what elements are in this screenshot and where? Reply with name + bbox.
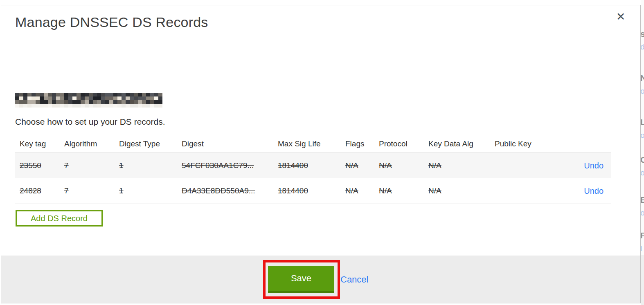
background-footer-tint (641, 255, 644, 305)
column-header-public-key: Public Key (495, 139, 548, 148)
close-icon[interactable]: ✕ (613, 9, 628, 24)
background-text-fragment: N o (641, 74, 644, 95)
background-link-fragment: l (641, 244, 644, 253)
instruction-text: Choose how to set up your DS records. (15, 117, 165, 127)
add-ds-record-button[interactable]: Add DS Record (16, 210, 103, 227)
column-header-protocol: Protocol (379, 139, 428, 148)
cell-flags: N/A (345, 161, 379, 170)
background-link-fragment: d (641, 43, 644, 51)
background-link-fragment: o (641, 131, 644, 139)
background-link-fragment: o (641, 209, 644, 217)
cell-key-tag: 24828 (15, 186, 64, 195)
column-header-max-sig-life: Max Sig Life (278, 139, 345, 148)
column-header-key-tag: Key tag (15, 139, 64, 148)
background-heading-fragment: C (641, 155, 644, 164)
cell-max-sig-life: 1814400 (278, 161, 345, 170)
cell-digest: 54FCF030AA1C79... (182, 161, 278, 170)
undo-link[interactable]: Undo (584, 161, 603, 170)
screen: s d N o L o C o E o P l Manage DNSSEC DS… (0, 0, 644, 305)
dnssec-ds-records-modal: Manage DNSSEC DS Records ✕ Choose how to… (1, 5, 641, 303)
cell-protocol: N/A (379, 186, 428, 195)
table-row: 24828 7 1 D4A33E8DD550A9... 1814400 N/A … (15, 178, 611, 204)
page-title: Manage DNSSEC DS Records (15, 14, 208, 30)
column-header-key-data-alg: Key Data Alg (428, 139, 495, 148)
cell-max-sig-life: 1814400 (278, 186, 345, 195)
column-header-flags: Flags (345, 139, 379, 148)
undo-link[interactable]: Undo (584, 186, 603, 195)
ds-records-table: Key tag Algorithm Digest Type Digest Max… (15, 135, 611, 204)
cell-algorithm: 7 (64, 161, 119, 170)
background-text-fragment: s d (641, 29, 644, 51)
cell-flags: N/A (345, 186, 379, 195)
cell-key-data-alg: N/A (428, 161, 495, 170)
background-text-fragment: E o (641, 195, 644, 217)
save-button[interactable]: Save (268, 266, 334, 293)
column-header-digest-type: Digest Type (119, 139, 182, 148)
cell-digest-type: 1 (119, 161, 182, 170)
background-heading-fragment: P (641, 231, 644, 240)
background-link-fragment: o (641, 169, 644, 177)
background-text-fragment: C o (641, 155, 644, 177)
column-header-algorithm: Algorithm (64, 139, 119, 148)
background-heading-fragment: E (641, 195, 644, 204)
cell-digest: D4A33E8DD550A9... (182, 186, 278, 195)
background-page-sliver: s d N o L o C o E o P l (641, 0, 644, 305)
redacted-domain-name (15, 93, 162, 108)
table-header-row: Key tag Algorithm Digest Type Digest Max… (15, 135, 611, 153)
background-heading-fragment: N (641, 74, 644, 83)
cell-key-tag: 23550 (15, 161, 64, 170)
cancel-link[interactable]: Cancel (340, 274, 368, 286)
background-link-fragment: o (641, 87, 644, 95)
cell-protocol: N/A (379, 161, 428, 170)
cell-algorithm: 7 (64, 186, 119, 195)
column-header-digest: Digest (182, 139, 278, 148)
background-text-fragment: P l (641, 231, 644, 253)
background-heading-fragment: L (641, 118, 644, 127)
cell-key-data-alg: N/A (428, 186, 495, 195)
table-row: 23550 7 1 54FCF030AA1C79... 1814400 N/A … (15, 153, 611, 178)
background-text-fragment: L o (641, 118, 644, 139)
background-heading-fragment: s (641, 29, 644, 38)
cell-digest-type: 1 (119, 186, 182, 195)
